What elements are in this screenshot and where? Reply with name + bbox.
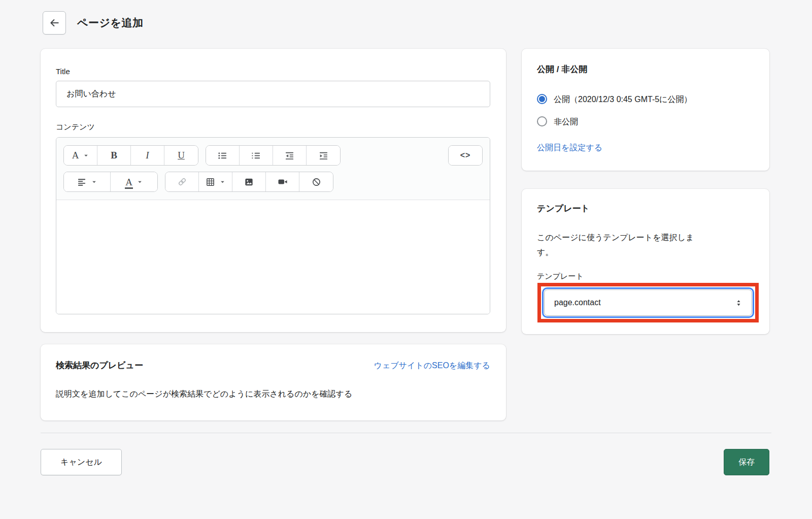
font-style-button[interactable]: A xyxy=(64,146,97,165)
editor-toolbar: A B I xyxy=(56,138,490,200)
seo-preview-title: 検索結果のプレビュー xyxy=(56,360,143,371)
annotation-highlight-box: page.contact xyxy=(537,283,759,322)
indent-button[interactable] xyxy=(307,146,340,165)
outdent-button[interactable] xyxy=(273,146,307,165)
align-color-group: A xyxy=(63,172,158,192)
clear-formatting-button[interactable] xyxy=(299,172,333,191)
link-icon xyxy=(177,177,187,187)
back-arrow-icon xyxy=(49,17,60,28)
radio-label: 非公開 xyxy=(554,114,578,129)
prohibited-icon xyxy=(312,177,321,187)
chevron-down-icon xyxy=(83,153,89,158)
alignment-button[interactable] xyxy=(64,172,111,191)
editor-content-area[interactable] xyxy=(56,200,490,314)
left-column: Title コンテンツ A xyxy=(41,49,506,420)
title-input[interactable] xyxy=(56,81,490,107)
rich-text-editor: A B I xyxy=(56,137,490,314)
cancel-button[interactable]: キャンセル xyxy=(41,449,122,475)
chevron-down-icon xyxy=(220,179,225,185)
insert-video-button[interactable] xyxy=(266,172,299,191)
radio-selected-icon xyxy=(537,94,547,104)
back-button[interactable] xyxy=(43,11,66,35)
table-icon xyxy=(206,177,215,187)
select-focus-ring: page.contact xyxy=(542,287,754,318)
radio-option-hidden[interactable]: 非公開 xyxy=(537,114,754,129)
toolbar-row-1: A B I xyxy=(63,145,483,166)
edit-seo-link[interactable]: ウェブサイトのSEOを編集する xyxy=(374,361,490,371)
code-icon: <> xyxy=(460,151,471,160)
radio-option-published[interactable]: 公開（2020/12/3 0:45 GMT-5に公開） xyxy=(537,92,754,107)
set-publish-date-link[interactable]: 公開日を設定する xyxy=(537,143,602,153)
template-select-value: page.contact xyxy=(554,298,601,307)
insert-image-button[interactable] xyxy=(232,172,266,191)
template-select[interactable]: page.contact xyxy=(544,289,752,316)
bullet-list-icon xyxy=(218,151,227,160)
code-view-button[interactable]: <> xyxy=(449,146,482,165)
content-label: コンテンツ xyxy=(56,122,490,132)
underline-glyph: U xyxy=(178,150,185,161)
visibility-title: 公開 / 非公開 xyxy=(537,63,754,75)
underline-button[interactable]: U xyxy=(164,146,198,165)
template-title: テンプレート xyxy=(537,203,754,214)
text-color-button[interactable]: A xyxy=(111,172,157,191)
text-color-glyph: A xyxy=(125,177,132,187)
template-description: このページに使うテンプレートを選択します。 xyxy=(537,230,704,260)
right-column: 公開 / 非公開 公開（2020/12/3 0:45 GMT-5に公開） 非公開… xyxy=(522,49,769,334)
numbered-list-button[interactable] xyxy=(240,146,273,165)
italic-button[interactable]: I xyxy=(131,146,164,165)
font-style-glyph: A xyxy=(72,150,79,161)
align-left-icon xyxy=(77,177,87,187)
select-updown-icon xyxy=(735,299,742,307)
insert-group xyxy=(165,172,333,192)
add-page-screen: ページを追加 Title コンテンツ A xyxy=(0,0,812,519)
bullet-list-button[interactable] xyxy=(206,146,240,165)
main-layout: Title コンテンツ A xyxy=(41,49,812,420)
seo-preview-description: 説明文を追加してこのページが検索結果でどのように表示されるのかを確認する xyxy=(56,388,490,400)
outdent-icon xyxy=(285,151,294,160)
save-button[interactable]: 保存 xyxy=(724,449,769,475)
insert-table-button[interactable] xyxy=(199,172,232,191)
title-label: Title xyxy=(56,67,490,76)
seo-preview-card: 検索結果のプレビュー ウェブサイトのSEOを編集する 説明文を追加してこのページ… xyxy=(41,344,506,420)
chevron-down-icon xyxy=(137,179,143,185)
italic-glyph: I xyxy=(146,150,149,161)
radio-unselected-icon xyxy=(537,116,547,126)
image-icon xyxy=(244,177,254,187)
radio-label: 公開（2020/12/3 0:45 GMT-5に公開） xyxy=(554,92,692,107)
numbered-list-icon xyxy=(251,151,261,160)
bold-glyph: B xyxy=(111,150,117,161)
bold-button[interactable]: B xyxy=(97,146,131,165)
page-title: ページを追加 xyxy=(77,16,143,30)
toolbar-row-2: A xyxy=(63,172,483,192)
text-style-group: A B I xyxy=(63,145,198,166)
seo-card-header: 検索結果のプレビュー ウェブサイトのSEOを編集する xyxy=(56,360,490,371)
footer-actions: キャンセル 保存 xyxy=(41,449,769,475)
indent-icon xyxy=(319,151,328,160)
page-header: ページを追加 xyxy=(0,0,812,35)
video-icon xyxy=(278,177,288,187)
insert-link-button[interactable] xyxy=(165,172,199,191)
template-select-label: テンプレート xyxy=(537,272,754,281)
visibility-card: 公開 / 非公開 公開（2020/12/3 0:45 GMT-5に公開） 非公開… xyxy=(522,49,769,171)
chevron-down-icon xyxy=(91,179,97,185)
code-group: <> xyxy=(448,145,483,166)
footer-divider xyxy=(41,433,771,433)
template-card: テンプレート このページに使うテンプレートを選択します。 テンプレート page… xyxy=(522,189,769,334)
list-indent-group xyxy=(206,145,341,166)
visibility-options: 公開（2020/12/3 0:45 GMT-5に公開） 非公開 xyxy=(537,92,754,129)
page-edit-card: Title コンテンツ A xyxy=(41,49,506,332)
